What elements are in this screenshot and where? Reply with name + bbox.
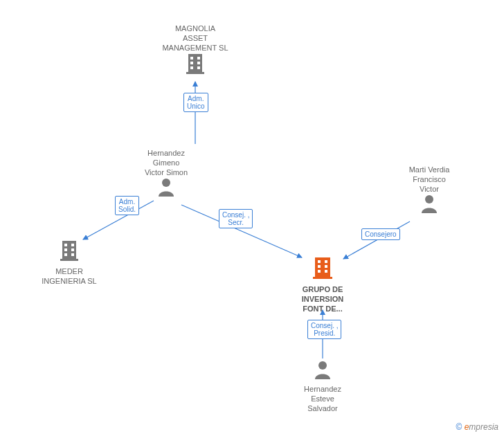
node-meder[interactable]: MEDERINGENIERIA SL — [28, 239, 111, 286]
edge-label-adm-unico: Adm.Unico — [183, 93, 208, 112]
svg-rect-24 — [318, 270, 321, 273]
svg-rect-23 — [325, 265, 327, 268]
node-label: MAGNOLIAASSETMANAGEMENT SL — [154, 24, 237, 53]
edge-label-adm-solid: Adm.Solid. — [115, 196, 139, 215]
node-magnolia[interactable]: MAGNOLIAASSETMANAGEMENT SL — [154, 21, 237, 77]
edge-label-consej-secr: Consej. ,Secr. — [219, 209, 253, 228]
svg-rect-3 — [197, 57, 200, 60]
svg-rect-25 — [325, 270, 327, 273]
node-label: HernandezEsteveSalvador — [281, 384, 364, 413]
svg-rect-12 — [64, 244, 67, 246]
node-marti-verdia[interactable]: Marti VerdiaFranciscoVictor — [388, 162, 471, 215]
building-icon — [312, 256, 334, 282]
svg-rect-18 — [315, 257, 330, 278]
svg-rect-15 — [71, 248, 74, 251]
person-icon — [420, 194, 438, 215]
brand-rest: mpresia — [469, 422, 498, 432]
edge-label-consej-presid: Consej. ,Presid. — [307, 320, 341, 339]
svg-point-9 — [425, 195, 433, 203]
svg-point-26 — [318, 361, 327, 370]
svg-rect-19 — [313, 277, 332, 279]
brand-name: empresia — [465, 422, 498, 432]
svg-rect-7 — [197, 66, 200, 69]
svg-rect-22 — [318, 265, 321, 268]
diagram-canvas: Adm.Unico Adm.Solid. Consej. ,Secr. Cons… — [0, 0, 504, 436]
svg-rect-16 — [64, 253, 67, 256]
svg-point-8 — [162, 179, 170, 187]
node-label: HernandezGimenoVictor Simon — [125, 148, 208, 177]
node-label: GRUPO DEINVERSIONFONT DE... — [281, 284, 364, 314]
node-grupo[interactable]: GRUPO DEINVERSIONFONT DE... — [281, 256, 364, 314]
svg-rect-21 — [325, 260, 327, 263]
svg-rect-11 — [60, 259, 78, 261]
person-icon — [157, 177, 175, 199]
svg-rect-6 — [190, 66, 193, 69]
node-label: Marti VerdiaFranciscoVictor — [388, 165, 471, 194]
watermark: © empresia — [456, 422, 498, 432]
edge-consejero — [343, 221, 410, 259]
node-hernandez-gimeno[interactable]: HernandezGimenoVictor Simon — [125, 145, 208, 199]
node-hernandez-esteve[interactable]: HernandezEsteveSalvador — [281, 360, 364, 413]
copyright-symbol: © — [456, 422, 462, 432]
svg-rect-14 — [64, 248, 67, 251]
svg-rect-17 — [71, 253, 74, 256]
svg-rect-20 — [318, 260, 321, 263]
svg-rect-2 — [190, 57, 193, 60]
person-icon — [314, 360, 332, 381]
building-icon — [59, 239, 80, 264]
svg-rect-4 — [190, 62, 193, 64]
svg-rect-5 — [197, 62, 200, 64]
edge-label-consejero: Consejero — [361, 228, 400, 240]
svg-rect-13 — [71, 244, 74, 246]
svg-rect-1 — [186, 72, 204, 74]
node-label: MEDERINGENIERIA SL — [28, 266, 111, 286]
building-icon — [185, 53, 206, 77]
